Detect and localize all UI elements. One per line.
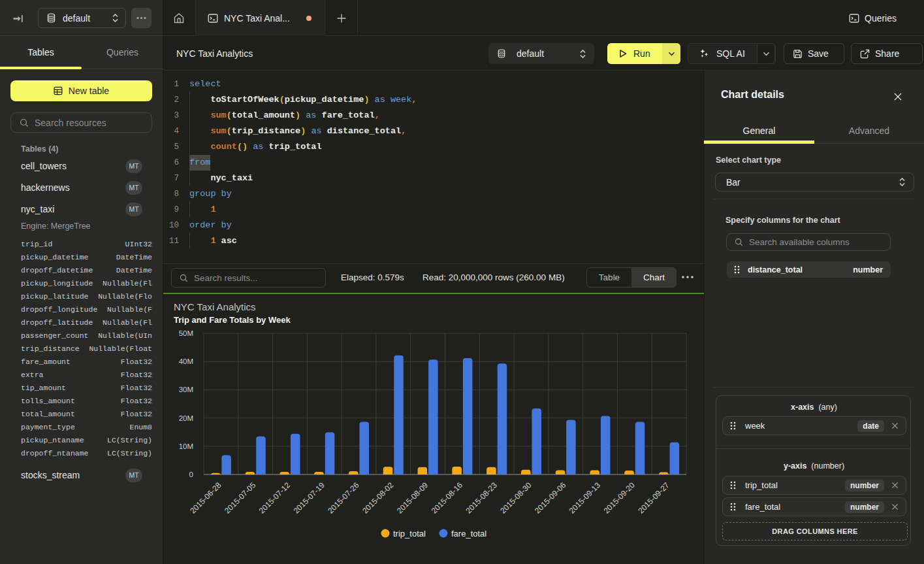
svg-text:2015-08-23: 2015-08-23 (464, 480, 500, 516)
svg-text:2015-07-12: 2015-07-12 (257, 480, 293, 516)
svg-text:2015-07-05: 2015-07-05 (223, 480, 258, 516)
svg-text:2015-08-30: 2015-08-30 (498, 480, 534, 516)
svg-text:20M: 20M (179, 414, 193, 422)
svg-text:30M: 30M (179, 386, 193, 393)
svg-text:2015-08-09: 2015-08-09 (395, 480, 430, 516)
svg-text:2015-09-27: 2015-09-27 (636, 480, 671, 516)
svg-text:2015-06-28: 2015-06-28 (188, 480, 223, 516)
svg-text:10M: 10M (179, 442, 193, 450)
svg-text:50M: 50M (179, 329, 193, 337)
svg-text:2015-09-13: 2015-09-13 (567, 480, 603, 516)
svg-text:2015-09-06: 2015-09-06 (533, 480, 568, 516)
svg-text:trip_total: trip_total (393, 529, 426, 539)
svg-text:2015-07-26: 2015-07-26 (326, 480, 361, 516)
svg-text:2015-07-19: 2015-07-19 (292, 480, 327, 516)
svg-text:2015-08-02: 2015-08-02 (360, 480, 396, 516)
svg-text:0: 0 (189, 471, 193, 478)
svg-text:2015-09-20: 2015-09-20 (602, 480, 637, 516)
svg-text:2015-08-16: 2015-08-16 (430, 480, 465, 516)
svg-text:40M: 40M (179, 357, 193, 365)
svg-text:fare_total: fare_total (451, 529, 486, 539)
